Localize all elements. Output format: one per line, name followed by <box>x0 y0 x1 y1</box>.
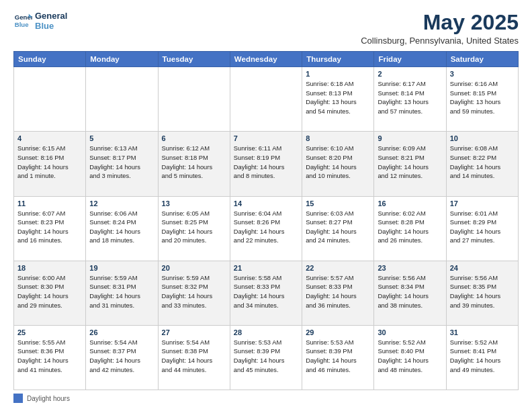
table-row: 16Sunrise: 6:02 AMSunset: 8:28 PMDayligh… <box>374 196 446 261</box>
table-row <box>230 67 302 132</box>
table-row: 7Sunrise: 6:11 AMSunset: 8:19 PMDaylight… <box>230 132 302 196</box>
logo-blue: Blue <box>35 21 67 31</box>
table-row <box>86 67 158 132</box>
day-info: Sunrise: 6:03 AMSunset: 8:27 PMDaylight:… <box>306 209 370 246</box>
table-row: 23Sunrise: 5:56 AMSunset: 8:34 PMDayligh… <box>374 261 446 325</box>
day-number: 30 <box>378 328 442 336</box>
day-number: 6 <box>162 134 226 142</box>
day-number: 13 <box>162 199 226 208</box>
table-row: 31Sunrise: 5:52 AMSunset: 8:41 PMDayligh… <box>446 325 518 390</box>
col-thursday: Thursday <box>302 52 374 67</box>
table-row: 15Sunrise: 6:03 AMSunset: 8:27 PMDayligh… <box>302 196 374 261</box>
day-info: Sunrise: 6:05 AMSunset: 8:25 PMDaylight:… <box>162 209 226 246</box>
day-info: Sunrise: 6:01 AMSunset: 8:29 PMDaylight:… <box>450 209 515 246</box>
day-number: 25 <box>17 328 82 336</box>
day-info: Sunrise: 6:09 AMSunset: 8:21 PMDaylight:… <box>378 144 442 181</box>
day-number: 17 <box>450 199 515 208</box>
day-info: Sunrise: 5:54 AMSunset: 8:37 PMDaylight:… <box>89 338 154 375</box>
table-row: 22Sunrise: 5:57 AMSunset: 8:33 PMDayligh… <box>302 261 374 325</box>
col-tuesday: Tuesday <box>158 52 230 67</box>
table-row: 11Sunrise: 6:07 AMSunset: 8:23 PMDayligh… <box>14 196 86 261</box>
day-info: Sunrise: 6:16 AMSunset: 8:15 PMDaylight:… <box>450 79 515 116</box>
day-number: 27 <box>162 328 226 336</box>
title-block: May 2025 Collinsburg, Pennsylvania, Unit… <box>361 11 519 46</box>
day-info: Sunrise: 5:53 AMSunset: 8:39 PMDaylight:… <box>306 338 370 375</box>
day-number: 2 <box>378 70 442 78</box>
table-row: 3Sunrise: 6:16 AMSunset: 8:15 PMDaylight… <box>446 67 518 132</box>
day-info: Sunrise: 6:17 AMSunset: 8:14 PMDaylight:… <box>378 79 442 116</box>
day-info: Sunrise: 6:06 AMSunset: 8:24 PMDaylight:… <box>89 209 154 246</box>
day-info: Sunrise: 5:52 AMSunset: 8:41 PMDaylight:… <box>450 338 515 375</box>
logo-icon: General Blue <box>13 11 32 30</box>
day-number: 31 <box>450 328 515 336</box>
table-row: 1Sunrise: 6:18 AMSunset: 8:13 PMDaylight… <box>302 67 374 132</box>
day-number: 11 <box>17 199 82 208</box>
calendar-table: Sunday Monday Tuesday Wednesday Thursday… <box>13 51 519 390</box>
table-row: 27Sunrise: 5:54 AMSunset: 8:38 PMDayligh… <box>158 325 230 390</box>
day-info: Sunrise: 5:56 AMSunset: 8:35 PMDaylight:… <box>450 273 515 310</box>
header: General Blue General Blue May 2025 Colli… <box>13 11 519 46</box>
calendar-header-row: Sunday Monday Tuesday Wednesday Thursday… <box>14 52 519 67</box>
table-row: 2Sunrise: 6:17 AMSunset: 8:14 PMDaylight… <box>374 67 446 132</box>
table-row: 25Sunrise: 5:55 AMSunset: 8:36 PMDayligh… <box>14 325 86 390</box>
day-info: Sunrise: 6:07 AMSunset: 8:23 PMDaylight:… <box>17 209 82 246</box>
legend-color-box <box>13 394 23 403</box>
table-row: 10Sunrise: 6:08 AMSunset: 8:22 PMDayligh… <box>446 132 518 196</box>
table-row: 8Sunrise: 6:10 AMSunset: 8:20 PMDaylight… <box>302 132 374 196</box>
day-info: Sunrise: 6:11 AMSunset: 8:19 PMDaylight:… <box>234 144 298 181</box>
day-info: Sunrise: 5:55 AMSunset: 8:36 PMDaylight:… <box>17 338 82 375</box>
day-info: Sunrise: 6:18 AMSunset: 8:13 PMDaylight:… <box>306 79 370 116</box>
day-number: 26 <box>89 328 154 336</box>
table-row: 24Sunrise: 5:56 AMSunset: 8:35 PMDayligh… <box>446 261 518 325</box>
col-monday: Monday <box>86 52 158 67</box>
table-row: 12Sunrise: 6:06 AMSunset: 8:24 PMDayligh… <box>86 196 158 261</box>
footer-legend: Daylight hours <box>13 394 70 403</box>
day-info: Sunrise: 5:59 AMSunset: 8:31 PMDaylight:… <box>89 273 154 310</box>
day-info: Sunrise: 6:00 AMSunset: 8:30 PMDaylight:… <box>17 273 82 310</box>
table-row: 17Sunrise: 6:01 AMSunset: 8:29 PMDayligh… <box>446 196 518 261</box>
day-number: 4 <box>17 134 82 142</box>
day-number: 21 <box>234 264 298 272</box>
table-row: 19Sunrise: 5:59 AMSunset: 8:31 PMDayligh… <box>86 261 158 325</box>
day-info: Sunrise: 5:59 AMSunset: 8:32 PMDaylight:… <box>162 273 226 310</box>
table-row: 21Sunrise: 5:58 AMSunset: 8:33 PMDayligh… <box>230 261 302 325</box>
svg-text:Blue: Blue <box>15 21 29 28</box>
calendar-week-row: 11Sunrise: 6:07 AMSunset: 8:23 PMDayligh… <box>14 196 519 261</box>
day-info: Sunrise: 5:52 AMSunset: 8:40 PMDaylight:… <box>378 338 442 375</box>
day-info: Sunrise: 5:58 AMSunset: 8:33 PMDaylight:… <box>234 273 298 310</box>
day-number: 22 <box>306 264 370 272</box>
day-info: Sunrise: 5:56 AMSunset: 8:34 PMDaylight:… <box>378 273 442 310</box>
day-info: Sunrise: 6:02 AMSunset: 8:28 PMDaylight:… <box>378 209 442 246</box>
table-row: 6Sunrise: 6:12 AMSunset: 8:18 PMDaylight… <box>158 132 230 196</box>
calendar-week-row: 1Sunrise: 6:18 AMSunset: 8:13 PMDaylight… <box>14 67 519 132</box>
day-number: 12 <box>89 199 154 208</box>
day-info: Sunrise: 6:04 AMSunset: 8:26 PMDaylight:… <box>234 209 298 246</box>
day-number: 7 <box>234 134 298 142</box>
col-sunday: Sunday <box>14 52 86 67</box>
table-row <box>14 67 86 132</box>
day-number: 23 <box>378 264 442 272</box>
day-info: Sunrise: 5:54 AMSunset: 8:38 PMDaylight:… <box>162 338 226 375</box>
day-info: Sunrise: 6:10 AMSunset: 8:20 PMDaylight:… <box>306 144 370 181</box>
col-wednesday: Wednesday <box>230 52 302 67</box>
col-friday: Friday <box>374 52 446 67</box>
day-info: Sunrise: 6:08 AMSunset: 8:22 PMDaylight:… <box>450 144 515 181</box>
day-info: Sunrise: 6:15 AMSunset: 8:16 PMDaylight:… <box>17 144 82 181</box>
table-row: 14Sunrise: 6:04 AMSunset: 8:26 PMDayligh… <box>230 196 302 261</box>
day-info: Sunrise: 5:57 AMSunset: 8:33 PMDaylight:… <box>306 273 370 310</box>
calendar-week-row: 4Sunrise: 6:15 AMSunset: 8:16 PMDaylight… <box>14 132 519 196</box>
day-info: Sunrise: 6:13 AMSunset: 8:17 PMDaylight:… <box>89 144 154 181</box>
table-row: 9Sunrise: 6:09 AMSunset: 8:21 PMDaylight… <box>374 132 446 196</box>
day-number: 5 <box>89 134 154 142</box>
calendar-week-row: 18Sunrise: 6:00 AMSunset: 8:30 PMDayligh… <box>14 261 519 325</box>
calendar-week-row: 25Sunrise: 5:55 AMSunset: 8:36 PMDayligh… <box>14 325 519 390</box>
day-number: 3 <box>450 70 515 78</box>
day-number: 16 <box>378 199 442 208</box>
day-info: Sunrise: 5:53 AMSunset: 8:39 PMDaylight:… <box>234 338 298 375</box>
table-row: 29Sunrise: 5:53 AMSunset: 8:39 PMDayligh… <box>302 325 374 390</box>
day-number: 19 <box>89 264 154 272</box>
day-number: 18 <box>17 264 82 272</box>
day-number: 8 <box>306 134 370 142</box>
day-number: 28 <box>234 328 298 336</box>
day-number: 24 <box>450 264 515 272</box>
